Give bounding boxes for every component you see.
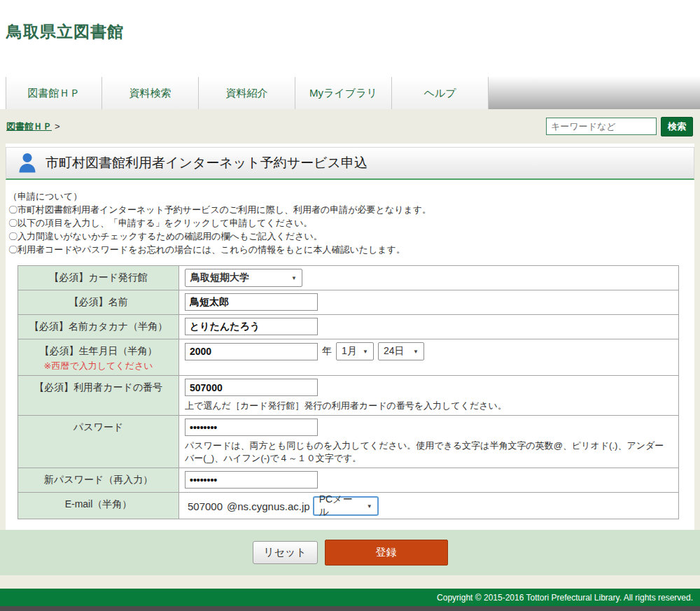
notice-heading: （申請について） [8, 190, 686, 203]
email-type-selected-value: PCメール [319, 493, 361, 519]
kana-input[interactable] [185, 318, 318, 335]
site-title: 鳥取県立図書館 [6, 21, 700, 43]
tab-help[interactable]: ヘルプ [392, 77, 489, 109]
search-button[interactable]: 検索 [661, 117, 693, 136]
tab-label: Myライブラリ [309, 87, 377, 100]
table-row-name: 【必須】名前 [18, 290, 679, 315]
field-label-kana: 【必須】名前カタカナ（半角） [18, 315, 179, 339]
birth-day-selected-value: 24日 [384, 345, 405, 358]
tab-my-library[interactable]: Myライブラリ [295, 77, 392, 109]
password-input[interactable] [185, 419, 318, 436]
table-row-password: パスワード パスワードは、両方とも同じものを入力してください。使用できる文字は半… [18, 416, 679, 468]
year-unit-label: 年 [322, 345, 332, 358]
dropdown-arrow-icon: ▼ [413, 349, 419, 355]
application-notice: （申請について） 〇市町村図書館利用者インターネット予約サービスのご利用に際し、… [6, 180, 694, 256]
birth-month-selected-value: 1月 [342, 345, 357, 358]
site-footer: Copyright © 2015-2016 Tottori Prefectura… [0, 589, 700, 606]
breadcrumb-link-library-hp[interactable]: 図書館ＨＰ [6, 121, 52, 132]
field-label-card-number: 【必須】利用者カードの番号 [18, 376, 179, 416]
birth-month-select[interactable]: 1月 ▼ [336, 342, 374, 360]
dropdown-arrow-icon: ▼ [291, 275, 297, 281]
form-actions-bar: リセット 登録 [0, 530, 700, 575]
dropdown-arrow-icon: ▼ [367, 503, 372, 510]
tab-material-search[interactable]: 資料検索 [102, 77, 199, 109]
email-local-input[interactable] [185, 500, 224, 512]
breadcrumb: 図書館ＨＰ> [6, 120, 60, 133]
tab-label: 資料検索 [130, 87, 172, 100]
card-number-input[interactable] [185, 379, 318, 396]
breadcrumb-bar: 図書館ＨＰ> 検索 [0, 109, 700, 143]
register-button[interactable]: 登録 [325, 540, 448, 566]
birthdate-inputs: 年 1月 ▼ 24日 ▼ [185, 342, 673, 360]
nav-filler [489, 77, 700, 109]
notice-line: 〇以下の項目を入力し、「申請する」をクリックして申請してください。 [8, 216, 686, 230]
notice-line: 〇入力間違いがないかチェックするための確認用の欄へもご記入ください。 [8, 230, 686, 243]
field-label-name: 【必須】名前 [18, 290, 179, 315]
search-area: 検索 [546, 117, 693, 136]
table-row-birthdate: 【必須】生年月日（半角） ※西暦で入力してください 年 1月 ▼ 24日 ▼ [18, 339, 679, 376]
birth-year-input[interactable] [185, 343, 318, 360]
birthdate-red-note: ※西暦で入力してください [21, 360, 176, 372]
table-row-kana: 【必須】名前カタカナ（半角） [18, 315, 679, 339]
tab-label: ヘルプ [424, 87, 456, 100]
field-label-birthdate: 【必須】生年月日（半角） ※西暦で入力してください [18, 339, 179, 376]
notice-line: 〇市町村図書館利用者インターネット予約サービスのご利用に際し、利用者の申請が必要… [8, 203, 686, 216]
field-label-card-issuer: 【必須】カード発行館 [18, 266, 179, 290]
table-row-email: E-mail（半角） @ns.cygnus.ac.jp PCメール ▼ [18, 493, 679, 519]
field-label-email: E-mail（半角） [18, 493, 179, 519]
birthdate-label: 【必須】生年月日（半角） [21, 345, 176, 358]
site-header: 鳥取県立図書館 [0, 0, 700, 77]
main-nav: 図書館ＨＰ 資料検索 資料紹介 Myライブラリ ヘルプ [0, 77, 700, 109]
tab-library-hp[interactable]: 図書館ＨＰ [6, 77, 102, 109]
field-label-password-confirm: 新パスワード（再入力） [18, 468, 179, 493]
page-title-banner: 市町村図書館利用者インターネット予約サービス申込 [6, 147, 694, 180]
tab-label: 図書館ＨＰ [28, 87, 80, 100]
table-row-card-number: 【必須】利用者カードの番号 上で選んだ［カード発行館］発行の利用者カードの番号を… [18, 376, 679, 416]
name-input[interactable] [185, 293, 318, 311]
password-note: パスワードは、両方とも同じものを入力してください。使用できる文字は半角文字の英数… [185, 440, 673, 465]
email-type-select[interactable]: PCメール ▼ [313, 496, 379, 516]
email-inputs: @ns.cygnus.ac.jp PCメール ▼ [185, 496, 673, 516]
password-confirm-input[interactable] [185, 471, 318, 489]
application-form-table: 【必須】カード発行館 鳥取短期大学 ▼ 【必須】名前 【必須】名前カタカナ（半角… [18, 265, 679, 519]
reset-button[interactable]: リセット [253, 541, 318, 564]
notice-line: 〇利用者コードやパスワードをお忘れの場合には、これらの情報をもとに本人確認いたし… [8, 243, 686, 256]
card-issuer-selected-value: 鳥取短期大学 [190, 272, 249, 284]
breadcrumb-separator: > [55, 121, 60, 132]
tab-material-intro[interactable]: 資料紹介 [199, 77, 295, 109]
email-domain-label: @ns.cygnus.ac.jp [227, 500, 310, 512]
main-content: 市町村図書館利用者インターネット予約サービス申込 （申請について） 〇市町村図書… [6, 143, 694, 530]
field-label-password: パスワード [18, 416, 179, 468]
card-issuer-select[interactable]: 鳥取短期大学 ▼ [185, 269, 302, 287]
search-input[interactable] [546, 118, 657, 135]
person-icon [18, 153, 36, 174]
birth-day-select[interactable]: 24日 ▼ [378, 342, 424, 360]
table-row-card-issuer: 【必須】カード発行館 鳥取短期大学 ▼ [18, 266, 679, 290]
card-number-note: 上で選んだ［カード発行館］発行の利用者カードの番号を入力してください。 [185, 400, 673, 412]
table-row-password-confirm: 新パスワード（再入力） [18, 468, 679, 493]
bottom-strip [0, 606, 700, 611]
tab-label: 資料紹介 [226, 87, 268, 100]
page-title: 市町村図書館利用者インターネット予約サービス申込 [46, 154, 368, 172]
dropdown-arrow-icon: ▼ [363, 349, 368, 355]
pre-footer-spacer [0, 575, 700, 589]
copyright-text: Copyright © 2015-2016 Tottori Prefectura… [437, 593, 693, 603]
